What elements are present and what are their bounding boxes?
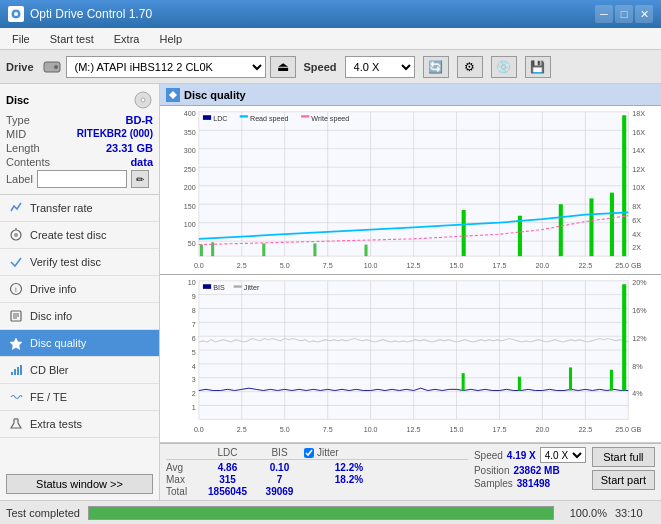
svg-rect-82	[313, 243, 316, 256]
svg-rect-17	[14, 369, 16, 375]
sidebar-item-verify-test-disc[interactable]: Verify test disc	[0, 249, 159, 276]
sidebar-item-create-test-disc[interactable]: Create test disc	[0, 222, 159, 249]
menu-extra[interactable]: Extra	[106, 31, 148, 47]
stats-header-ldc: LDC	[200, 447, 255, 458]
start-part-button[interactable]: Start part	[592, 470, 655, 490]
svg-rect-79	[200, 245, 203, 257]
start-full-button[interactable]: Start full	[592, 447, 655, 467]
svg-text:4: 4	[192, 361, 197, 371]
svg-marker-15	[10, 338, 22, 349]
disc-title: Disc	[6, 94, 29, 106]
menu-help[interactable]: Help	[151, 31, 190, 47]
minimize-button[interactable]: ─	[595, 5, 613, 23]
transfer-rate-icon	[8, 200, 24, 216]
position-value: 23862 MB	[513, 465, 559, 476]
close-button[interactable]: ✕	[635, 5, 653, 23]
svg-rect-148	[622, 284, 626, 390]
sidebar-item-disc-quality[interactable]: Disc quality	[0, 330, 159, 357]
svg-text:22.5: 22.5	[578, 260, 592, 270]
jitter-checkbox-area: Jitter	[304, 447, 394, 458]
status-window-button[interactable]: Status window >>	[6, 474, 153, 494]
drive-select[interactable]: (M:) ATAPI iHBS112 2 CL0K	[66, 56, 266, 78]
nav-item-disc-quality-label: Disc quality	[30, 337, 86, 349]
svg-text:BIS: BIS	[213, 282, 225, 292]
stats-area: LDC BIS Jitter Avg 4.86 0.10 12.2%	[160, 443, 661, 500]
jitter-checkbox[interactable]	[304, 448, 314, 458]
svg-text:200: 200	[184, 183, 196, 193]
nav-item-disc-info-label: Disc info	[30, 310, 72, 322]
svg-text:20%: 20%	[632, 277, 647, 287]
svg-text:LDC: LDC	[213, 114, 228, 124]
speed-select[interactable]: 4.0 X	[345, 56, 415, 78]
svg-text:8: 8	[192, 305, 196, 315]
svg-text:10: 10	[188, 277, 196, 287]
eject-button[interactable]: ⏏	[270, 56, 296, 78]
position-label: Position	[474, 465, 510, 476]
app-title: Opti Drive Control 1.70	[30, 7, 152, 21]
chart-header: Disc quality	[160, 84, 661, 106]
samples-label: Samples	[474, 478, 513, 489]
svg-rect-72	[203, 115, 211, 120]
refresh-button[interactable]: 🔄	[423, 56, 449, 78]
drive-info-icon: i	[8, 281, 24, 297]
svg-text:4%: 4%	[632, 388, 643, 398]
stats-header-bis: BIS	[257, 447, 302, 458]
settings-button[interactable]: ⚙	[457, 56, 483, 78]
nav-item-transfer-rate-label: Transfer rate	[30, 202, 93, 214]
save-button[interactable]: 💾	[525, 56, 551, 78]
svg-text:25.0 GB: 25.0 GB	[615, 424, 641, 434]
maximize-button[interactable]: □	[615, 5, 633, 23]
svg-text:400: 400	[184, 109, 196, 119]
svg-rect-87	[589, 198, 593, 256]
cd-bler-icon	[8, 362, 24, 378]
nav-item-verify-test-disc-label: Verify test disc	[30, 256, 101, 268]
action-buttons: Start full Start part	[592, 447, 655, 490]
sidebar-item-transfer-rate[interactable]: Transfer rate	[0, 195, 159, 222]
svg-rect-16	[11, 372, 13, 375]
svg-rect-76	[301, 115, 309, 117]
svg-text:250: 250	[184, 164, 196, 174]
sidebar-item-cd-bler[interactable]: CD Bler	[0, 357, 159, 384]
svg-text:17.5: 17.5	[492, 260, 506, 270]
svg-text:20.0: 20.0	[535, 424, 549, 434]
avg-jitter: 12.2%	[304, 462, 394, 473]
sidebar-item-extra-tests[interactable]: Extra tests	[0, 411, 159, 438]
disc-length-row: Length 23.31 GB	[6, 142, 153, 154]
svg-text:150: 150	[184, 201, 196, 211]
progress-percent: 100.0%	[562, 507, 607, 519]
label-input[interactable]	[37, 170, 127, 188]
sidebar-item-disc-info[interactable]: Disc info	[0, 303, 159, 330]
disc-button[interactable]: 💿	[491, 56, 517, 78]
svg-text:22.5: 22.5	[578, 424, 592, 434]
menu-start-test[interactable]: Start test	[42, 31, 102, 47]
drive-label: Drive	[6, 61, 34, 73]
svg-text:2X: 2X	[632, 243, 641, 253]
svg-text:16%: 16%	[632, 305, 647, 315]
disc-section: Disc Type BD-R MID RITEKBR2 (000) Length…	[0, 84, 159, 195]
menu-file[interactable]: File	[4, 31, 38, 47]
nav-item-fe-te-label: FE / TE	[30, 391, 67, 403]
svg-text:8%: 8%	[632, 361, 643, 371]
speed-dropdown[interactable]: 4.0 X	[540, 447, 586, 463]
disc-label-row: Label ✏	[6, 170, 153, 188]
svg-text:3: 3	[192, 375, 196, 385]
disc-mid-row: MID RITEKBR2 (000)	[6, 128, 153, 140]
avg-ldc: 4.86	[200, 462, 255, 473]
label-edit-button[interactable]: ✏	[131, 170, 149, 188]
svg-rect-147	[610, 369, 613, 390]
svg-text:Read speed: Read speed	[250, 114, 289, 124]
nav-item-create-test-disc-label: Create test disc	[30, 229, 106, 241]
speed-position-area: Speed 4.19 X 4.0 X Position 23862 MB Sam…	[474, 447, 586, 489]
svg-text:9: 9	[192, 291, 196, 301]
progress-time: 33:10	[615, 507, 655, 519]
speed-display-value: 4.19 X	[507, 450, 536, 461]
sidebar-item-drive-info[interactable]: i Drive info	[0, 276, 159, 303]
sidebar-item-fe-te[interactable]: FE / TE	[0, 384, 159, 411]
menu-bar: File Start test Extra Help	[0, 28, 661, 50]
charts-area: 400 350 300 250 200 150 100 50 18X 16X 1…	[160, 106, 661, 443]
chart2-svg: 10 9 8 7 6 5 4 3 2 1 20% 16% 12% 8% 4%	[160, 275, 661, 443]
svg-text:Write speed: Write speed	[311, 114, 349, 124]
nav-items: Transfer rate Create test disc Verify te…	[0, 195, 159, 438]
svg-text:5: 5	[192, 347, 196, 357]
left-panel: Disc Type BD-R MID RITEKBR2 (000) Length…	[0, 84, 160, 500]
